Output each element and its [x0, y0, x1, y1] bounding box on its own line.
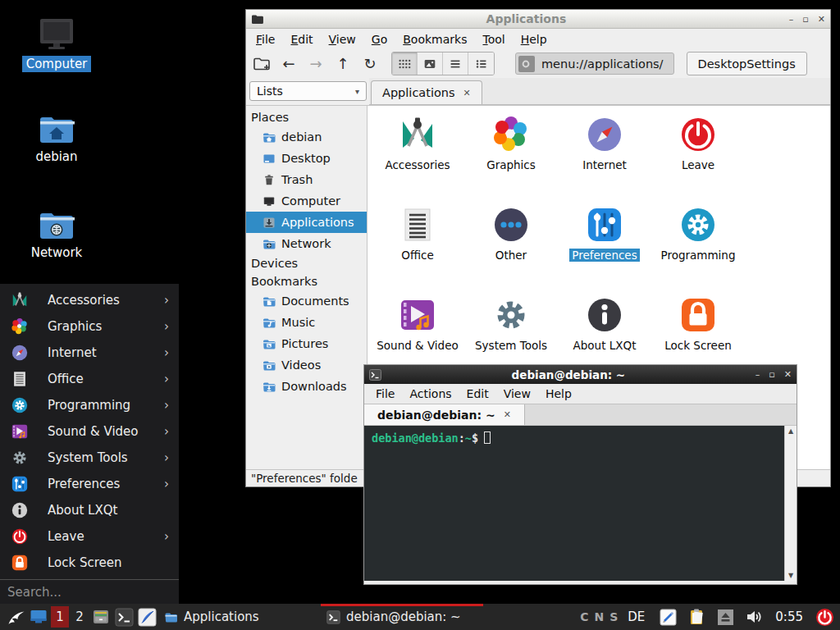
submenu-arrow-icon: ›: [164, 529, 169, 544]
start-menu-button[interactable]: [4, 605, 27, 628]
menu-item-office[interactable]: Office ›: [0, 366, 179, 392]
grid-item-internet[interactable]: Internet: [558, 111, 651, 201]
sidebar-item-downloads[interactable]: Downloads: [246, 376, 367, 397]
taskbar-task-file-manager[interactable]: Applications: [158, 604, 321, 630]
grid-item-office[interactable]: Office: [371, 201, 464, 291]
menu-actions[interactable]: Actions: [409, 387, 451, 400]
close-button[interactable]: ✕: [818, 14, 825, 25]
desktop-settings-button[interactable]: DesktopSettings: [687, 52, 807, 75]
text-editor-launcher[interactable]: [135, 605, 158, 628]
terminal-titlebar[interactable]: debian@debian: ~ – ▫ ✕: [364, 365, 797, 384]
minimize-button[interactable]: –: [789, 14, 794, 25]
menu-go[interactable]: Go: [372, 33, 387, 46]
maximize-button[interactable]: ▫: [769, 369, 774, 380]
clock[interactable]: 0:55: [775, 609, 803, 624]
volume-tray-icon[interactable]: [742, 605, 765, 628]
back-icon[interactable]: ←: [280, 55, 298, 72]
sidebar-item-pictures[interactable]: Pictures: [246, 333, 367, 354]
menu-edit[interactable]: Edit: [467, 387, 489, 400]
grid-item-other[interactable]: Other: [464, 201, 558, 291]
menu-edit[interactable]: Edit: [290, 33, 313, 46]
sidebar-item-computer[interactable]: Computer: [246, 190, 367, 212]
menu-item-accessories[interactable]: Accessories ›: [0, 287, 179, 313]
tab-close-icon[interactable]: ✕: [504, 409, 511, 420]
terminal-screen[interactable]: debian@debian:~$: [364, 426, 784, 581]
clipboard-tray-icon[interactable]: [685, 605, 708, 628]
menu-item-lock-screen[interactable]: Lock Screen: [0, 550, 179, 576]
menu-item-system-tools[interactable]: System Tools ›: [0, 445, 179, 471]
workspace-1-button[interactable]: 1: [51, 606, 69, 628]
terminal-launcher[interactable]: [112, 605, 135, 628]
menu-view[interactable]: View: [504, 387, 531, 400]
address-bar[interactable]: menu://applications/: [515, 52, 674, 75]
menu-tool[interactable]: Tool: [482, 33, 504, 46]
menu-help[interactable]: Help: [546, 387, 572, 400]
desktop-icon-computer[interactable]: Computer: [17, 18, 96, 72]
preferences-icon: [11, 475, 29, 493]
show-desktop-button[interactable]: [27, 605, 50, 628]
leave-button[interactable]: [813, 605, 836, 628]
grid-item-leave[interactable]: Leave: [651, 111, 745, 201]
keyboard-layout-indicator[interactable]: DE: [628, 609, 645, 624]
workspace-2-button[interactable]: 2: [71, 606, 89, 628]
sidebar-item-music[interactable]: Music: [246, 312, 367, 333]
reload-icon[interactable]: ↻: [361, 55, 379, 72]
kbd-indicator-caps: C: [580, 610, 588, 623]
menu-file[interactable]: File: [256, 33, 275, 46]
detailed-view-button[interactable]: [468, 52, 494, 75]
sidebar-item-network[interactable]: Network: [246, 233, 367, 254]
terminal-scrollbar[interactable]: ▲ ▼: [784, 426, 797, 581]
grid-item-preferences[interactable]: Preferences: [558, 201, 651, 291]
menu-bookmarks[interactable]: Bookmarks: [403, 33, 467, 46]
maximize-button[interactable]: ▫: [802, 14, 808, 25]
search-input[interactable]: Search...: [0, 579, 179, 604]
menu-item-programming[interactable]: Programming ›: [0, 392, 179, 418]
icon-view-button[interactable]: [392, 52, 418, 75]
sidebar-item-trash[interactable]: Trash: [246, 169, 367, 190]
scroll-down-icon[interactable]: ▼: [788, 572, 793, 579]
minimize-button[interactable]: –: [756, 369, 760, 380]
menu-view[interactable]: View: [329, 33, 356, 46]
grid-item-graphics[interactable]: Graphics: [464, 111, 558, 201]
menu-item-leave[interactable]: Leave ›: [0, 523, 179, 550]
desktop-icon-network[interactable]: Network: [17, 210, 96, 261]
menu-item-sound-video[interactable]: Sound & Video ›: [0, 418, 179, 445]
screenshot-tool-tray-icon[interactable]: [656, 605, 679, 628]
sidebar-item-applications[interactable]: Applications: [246, 212, 367, 233]
close-button[interactable]: ✕: [784, 369, 792, 380]
grid-item-programming[interactable]: Programming: [651, 201, 745, 291]
prompt-separator: :: [459, 431, 465, 445]
new-tab-icon[interactable]: [253, 57, 271, 71]
picture-icon: [422, 57, 437, 71]
eject-icon: [717, 609, 734, 626]
menu-item-preferences[interactable]: Preferences ›: [0, 471, 179, 497]
menu-file[interactable]: File: [376, 387, 395, 400]
hamburger-lines-icon: [448, 57, 463, 71]
fm-tab-applications[interactable]: Applications ✕: [371, 80, 482, 104]
taskbar-task-terminal[interactable]: debian@debian: ~: [321, 604, 483, 630]
menu-item-about-lxqt[interactable]: About LXQt: [0, 497, 179, 523]
folder-icon: [164, 611, 178, 623]
sidebar-item-videos[interactable]: Videos: [246, 354, 367, 376]
menu-item-graphics[interactable]: Graphics ›: [0, 313, 179, 340]
up-icon[interactable]: ↑: [334, 55, 352, 72]
forward-icon[interactable]: →: [307, 55, 325, 72]
grid-item-accessories[interactable]: Accessories: [371, 111, 464, 201]
scroll-up-icon[interactable]: ▲: [788, 427, 793, 435]
sidebar-item-debian[interactable]: debian: [246, 126, 367, 148]
sidebar-item-documents[interactable]: Documents: [246, 290, 367, 312]
sidebar-item-desktop[interactable]: Desktop: [246, 148, 367, 169]
removable-media-tray-icon[interactable]: [714, 605, 737, 628]
file-manager-launcher[interactable]: [89, 605, 112, 628]
tab-close-icon[interactable]: ✕: [463, 88, 471, 98]
desktop-icon-debian-home[interactable]: debian: [17, 114, 96, 165]
fm-titlebar[interactable]: Applications – ▫ ✕: [246, 10, 830, 29]
terminal-tab[interactable]: debian@debian: ~ ✕: [364, 404, 525, 425]
compact-view-button[interactable]: [443, 52, 468, 75]
terminal-tabbar: debian@debian: ~ ✕: [364, 404, 797, 426]
sidebar-mode-combobox[interactable]: Lists ▾: [249, 81, 367, 101]
menu-item-internet[interactable]: Internet ›: [0, 340, 179, 366]
thumbnail-view-button[interactable]: [418, 52, 443, 75]
menu-help[interactable]: Help: [521, 33, 547, 46]
videos-folder-icon: [262, 359, 276, 372]
